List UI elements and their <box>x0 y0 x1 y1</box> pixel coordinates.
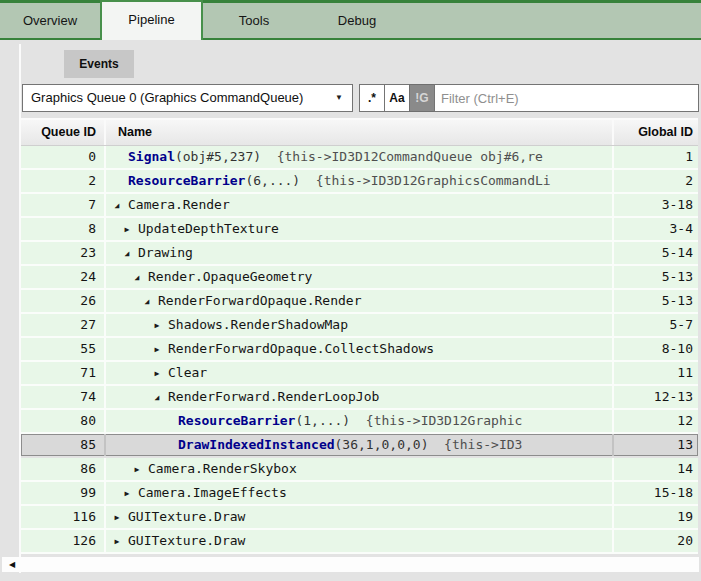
table-row[interactable]: 26◢RenderForwardOpaque.Render5-13 <box>21 290 698 314</box>
api-call-params: (6,...) <box>245 173 300 188</box>
name-cell: DrawIndexedInstanced(36,1,0,0,0) {this->… <box>104 434 612 456</box>
api-call-name: ResourceBarrier <box>178 413 295 428</box>
queue-select-value: Graphics Queue 0 (Graphics CommandQueue) <box>31 90 303 105</box>
queue-id-cell: 74 <box>21 386 104 408</box>
tree-collapsed-icon[interactable]: ▶ <box>150 339 164 360</box>
table-row[interactable]: 80ResourceBarrier(1,...) {this->ID3D12Gr… <box>21 410 698 434</box>
column-header-queue-id[interactable]: Queue ID <box>21 120 104 145</box>
tree-expanded-icon[interactable]: ◢ <box>130 267 144 288</box>
table-row[interactable]: 99▶Camera.ImageEffects15-18 <box>21 482 698 506</box>
table-row[interactable]: 7◢Camera.Render3-18 <box>21 194 698 218</box>
api-call-params: (1,...) <box>295 413 350 428</box>
global-id-cell: 2 <box>612 170 698 192</box>
global-id-cell: 14 <box>612 458 698 480</box>
global-id-cell: 5-14 <box>612 242 698 264</box>
queue-id-cell: 126 <box>21 530 104 552</box>
name-cell: ◢Camera.Render <box>104 194 612 216</box>
table-row[interactable]: 2ResourceBarrier(6,...) {this->ID3D12Gra… <box>21 170 698 194</box>
global-id-cell: 13 <box>612 434 698 456</box>
scroll-left-arrow-icon[interactable]: ◀ <box>9 557 15 572</box>
tree-collapsed-icon[interactable]: ▶ <box>130 459 144 480</box>
queue-id-cell: 80 <box>21 410 104 432</box>
global-id-cell: 15-18 <box>612 482 698 504</box>
global-id-cell: 5-13 <box>612 290 698 312</box>
event-marker-label: Clear <box>168 365 207 380</box>
tree-expanded-icon[interactable]: ◢ <box>110 195 124 216</box>
name-cell: ◢RenderForwardOpaque.Render <box>104 290 612 312</box>
queue-id-cell: 27 <box>21 314 104 336</box>
queue-id-cell: 7 <box>21 194 104 216</box>
api-call-context: {this->ID3D12GraphicsCommandLi <box>300 173 550 188</box>
regex-toggle-button[interactable]: .* <box>359 84 385 112</box>
api-call-params: (36,1,0,0,0) <box>335 437 429 452</box>
table-row[interactable]: 86▶Camera.RenderSkybox14 <box>21 458 698 482</box>
table-row[interactable]: 8▶UpdateDepthTexture3-4 <box>21 218 698 242</box>
queue-id-cell: 23 <box>21 242 104 264</box>
queue-id-cell: 8 <box>21 218 104 240</box>
table-row[interactable]: 85DrawIndexedInstanced(36,1,0,0,0) {this… <box>21 434 698 458</box>
global-id-cell: 20 <box>612 530 698 552</box>
table-row[interactable]: 23◢Drawing5-14 <box>21 242 698 266</box>
horizontal-scrollbar[interactable]: ◀ <box>2 557 699 572</box>
event-marker-label: Camera.RenderSkybox <box>148 461 297 476</box>
event-marker-label: GUITexture.Draw <box>128 533 245 548</box>
event-marker-label: Camera.ImageEffects <box>138 485 287 500</box>
queue-id-cell: 0 <box>21 146 104 168</box>
name-cell: ▶RenderForwardOpaque.CollectShadows <box>104 338 612 360</box>
queue-id-cell: 116 <box>21 506 104 528</box>
tab-events[interactable]: Events <box>64 50 134 78</box>
table-row[interactable]: 116▶GUITexture.Draw19 <box>21 506 698 530</box>
event-browser-window: Overview Pipeline Tools Debug Events Gra… <box>0 0 701 581</box>
tree-collapsed-icon[interactable]: ▶ <box>120 219 134 240</box>
chevron-down-icon: ▼ <box>335 85 343 111</box>
event-marker-label: RenderForwardOpaque.Render <box>158 293 362 308</box>
tab-bar: Overview Pipeline Tools Debug <box>0 0 701 40</box>
name-cell: ResourceBarrier(1,...) {this->ID3D12Grap… <box>104 410 612 432</box>
table-row[interactable]: 24◢Render.OpaqueGeometry5-13 <box>21 266 698 290</box>
tab-tools[interactable]: Tools <box>202 3 306 38</box>
global-id-cell: 1 <box>612 146 698 168</box>
tab-debug[interactable]: Debug <box>306 3 408 38</box>
tree-expanded-icon[interactable]: ◢ <box>150 387 164 408</box>
tab-overview[interactable]: Overview <box>0 3 100 38</box>
name-cell: ◢RenderForward.RenderLoopJob <box>104 386 612 408</box>
api-call-name: ResourceBarrier <box>128 173 245 188</box>
table-row[interactable]: 27▶Shadows.RenderShadowMap5-7 <box>21 314 698 338</box>
tree-collapsed-icon[interactable]: ▶ <box>110 507 124 528</box>
column-header-name[interactable]: Name <box>104 120 612 145</box>
tree-collapsed-icon[interactable]: ▶ <box>120 483 134 504</box>
name-cell: ▶Camera.RenderSkybox <box>104 458 612 480</box>
tab-pipeline[interactable]: Pipeline <box>100 0 203 40</box>
name-cell: Signal(obj#5,237) {this->ID3D12CommandQu… <box>104 146 612 168</box>
queue-id-cell: 2 <box>21 170 104 192</box>
table-row[interactable]: 55▶RenderForwardOpaque.CollectShadows8-1… <box>21 338 698 362</box>
tree-collapsed-icon[interactable]: ▶ <box>110 531 124 552</box>
global-id-cell: 5-13 <box>612 266 698 288</box>
name-cell: ▶Shadows.RenderShadowMap <box>104 314 612 336</box>
glob-toggle-button[interactable]: !G <box>409 84 435 112</box>
tree-collapsed-icon[interactable]: ▶ <box>150 315 164 336</box>
tree-expanded-icon[interactable]: ◢ <box>140 291 154 312</box>
global-id-cell: 5-7 <box>612 314 698 336</box>
name-cell: ◢Render.OpaqueGeometry <box>104 266 612 288</box>
queue-id-cell: 99 <box>21 482 104 504</box>
global-id-cell: 12 <box>612 410 698 432</box>
name-cell: ▶GUITexture.Draw <box>104 506 612 528</box>
table-row[interactable]: 71▶Clear11 <box>21 362 698 386</box>
queue-select-dropdown[interactable]: Graphics Queue 0 (Graphics CommandQueue)… <box>22 84 353 112</box>
api-call-context: {this->ID3D12CommandQueue obj#6,re <box>261 149 543 164</box>
global-id-cell: 12-13 <box>612 386 698 408</box>
filter-input[interactable] <box>434 84 699 112</box>
table-row[interactable]: 0Signal(obj#5,237) {this->ID3D12CommandQ… <box>21 146 698 170</box>
column-header-global-id[interactable]: Global ID <box>612 120 698 145</box>
event-marker-label: GUITexture.Draw <box>128 509 245 524</box>
table-row[interactable]: 74◢RenderForward.RenderLoopJob12-13 <box>21 386 698 410</box>
global-id-cell: 19 <box>612 506 698 528</box>
tree-expanded-icon[interactable]: ◢ <box>120 243 134 264</box>
table-row[interactable]: 126▶GUITexture.Draw20 <box>21 530 698 554</box>
queue-id-cell: 71 <box>21 362 104 384</box>
event-marker-label: Render.OpaqueGeometry <box>148 269 312 284</box>
tree-collapsed-icon[interactable]: ▶ <box>150 363 164 384</box>
case-sensitive-toggle-button[interactable]: Aa <box>384 84 410 112</box>
queue-id-cell: 55 <box>21 338 104 360</box>
